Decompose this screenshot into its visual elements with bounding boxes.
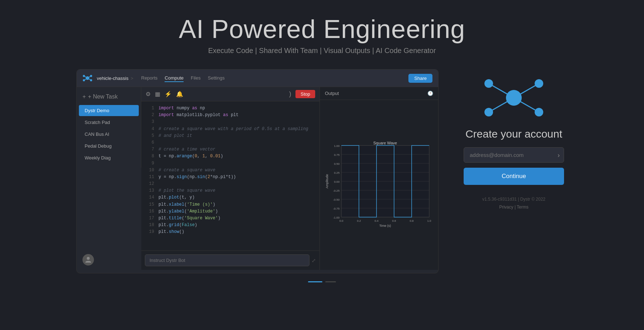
project-name: vehicle-chassis [97,76,128,81]
sidebar-item-label: Weekly Diag [85,155,111,161]
page-header: AI Powered Engineering Execute Code | Sh… [0,0,644,66]
output-label: Output [325,91,339,96]
scroll-dot-2 [325,281,336,282]
new-task-button[interactable]: + + New Task [77,91,141,103]
svg-text:0.2: 0.2 [357,219,361,223]
code-toolbar: ⚙ ▦ ⚡ 🔔 ) Stop [141,87,319,101]
bell-icon[interactable]: 🔔 [176,91,183,97]
svg-text:1.00: 1.00 [334,144,340,148]
clock-icon: 🕐 [427,91,433,96]
svg-point-8 [90,79,92,81]
tab-files[interactable]: Files [191,75,200,82]
version-text: v1.5.36-c9311d31 | Dystr © 2022 [482,196,545,204]
molecule-logo-icon [482,76,546,119]
tab-compute[interactable]: Compute [165,75,184,82]
chat-input-area: ⤢ [141,250,319,270]
share-button[interactable]: Share [408,74,432,83]
svg-text:1.0: 1.0 [427,219,431,223]
tab-settings[interactable]: Settings [208,75,224,82]
code-line-4: 4 # create a square wave with a period o… [141,126,319,133]
sidebar-item-weekly-diag[interactable]: Weekly Diag [79,152,139,163]
chevron-right-icon: › [558,151,560,159]
svg-text:Square Wave: Square Wave [373,141,397,145]
bolt-icon[interactable]: ⚡ [165,91,172,97]
settings-icon[interactable]: ⚙ [146,91,151,97]
code-line-9: 9 [141,160,319,167]
sidebar-wrapper: + + New Task Dystr Demo Scratch Pad CAN … [77,87,141,270]
code-line-5: 5 # and plot it [141,133,319,139]
output-header: Output 🕐 [320,87,438,100]
privacy-links[interactable]: Privacy | Terms [482,204,545,211]
tab-reports[interactable]: Reports [141,75,158,82]
code-line-19: 19 plt.show() [141,229,319,235]
svg-point-53 [535,108,543,116]
svg-text:0.0: 0.0 [339,219,344,223]
svg-text:-0.25: -0.25 [333,189,340,192]
svg-line-48 [514,83,539,98]
sidebar-item-label: Scratch Pad [85,120,110,125]
svg-text:0.50: 0.50 [334,162,340,166]
create-account-title: Create your account [465,128,562,140]
code-line-14: 14 plt.plot(t, y) [141,194,319,201]
breadcrumb: vehicle-chassis > [97,76,133,81]
continue-button[interactable]: Continue [464,168,564,185]
svg-text:Time (s): Time (s) [379,224,391,228]
sidebar: + + New Task Dystr Demo Scratch Pad CAN … [77,87,141,168]
output-panel: Output 🕐 Square Wave [320,87,438,270]
code-line-10: 10 # create a square wave [141,167,319,174]
footer-text: v1.5.36-c9311d31 | Dystr © 2022 Privacy … [482,196,545,211]
stop-button[interactable]: Stop [295,90,315,98]
nav-tabs: Reports Compute Files Settings [141,75,225,82]
code-line-18: 18 plt.grid(False) [141,222,319,229]
code-line-2: 2 import matplotlib.pyplot as plt [141,112,319,119]
right-panel: Create your account › Continue v1.5.36-c… [460,69,568,211]
email-input-wrapper: › [464,147,564,163]
svg-text:0.6: 0.6 [392,219,396,223]
user-avatar[interactable] [82,254,94,266]
code-editor[interactable]: 1 import numpy as np 2 import matplotlib… [141,101,319,250]
scroll-indicator [0,277,644,287]
grid-icon[interactable]: ▦ [155,91,160,97]
output-chart: Square Wave [320,100,438,270]
sidebar-item-label: Dystr Demo [85,108,109,113]
breadcrumb-separator: > [131,76,133,81]
code-line-11: 11 y = np.sign(np.sin(2*np.pi*t)) [141,174,319,181]
sidebar-item-label: Pedal Debug [85,143,112,149]
svg-point-47 [484,79,493,88]
square-wave-chart: Square Wave [325,140,433,230]
svg-text:Amplitude: Amplitude [325,174,329,188]
svg-line-46 [489,83,514,98]
dystr-logo-icon [82,73,93,83]
svg-point-2 [83,75,85,77]
svg-text:0.8: 0.8 [409,219,414,223]
email-input[interactable] [464,147,564,163]
code-line-15: 15 plt.xlabel('Time (s)') [141,201,319,208]
sidebar-item-dystr-demo[interactable]: Dystr Demo [79,105,139,116]
plus-icon: + [82,94,86,100]
code-line-1: 1 import numpy as np [141,105,319,112]
code-line-7: 7 # create a time vector [141,146,319,153]
svg-point-49 [535,79,543,88]
svg-point-4 [90,75,92,77]
window-body: + + New Task Dystr Demo Scratch Pad CAN … [77,87,438,270]
scroll-dot-1 [308,281,322,282]
sidebar-item-label: CAN Bus AI [85,131,109,137]
code-line-6: 6 [141,139,319,146]
svg-point-51 [484,108,493,116]
svg-point-6 [83,79,85,81]
code-line-8: 8 t = np.arange(0, 1, 0.01) [141,153,319,160]
sidebar-item-can-bus-ai[interactable]: CAN Bus AI [79,129,139,140]
app-window: vehicle-chassis > Reports Compute Files … [76,69,439,273]
svg-text:0.00: 0.00 [334,180,340,183]
sidebar-item-pedal-debug[interactable]: Pedal Debug [79,140,139,152]
svg-text:0.25: 0.25 [334,171,340,174]
code-line-12: 12 [141,181,319,187]
svg-text:-1.00: -1.00 [333,216,340,219]
chat-input[interactable] [145,254,309,266]
paren-icon: ) [289,90,291,98]
sidebar-item-scratch-pad[interactable]: Scratch Pad [79,117,139,128]
svg-line-50 [489,98,514,112]
code-line-3: 3 [141,119,319,125]
code-line-16: 16 plt.ylabel('Amplitude') [141,208,319,215]
svg-text:-0.75: -0.75 [333,207,340,210]
